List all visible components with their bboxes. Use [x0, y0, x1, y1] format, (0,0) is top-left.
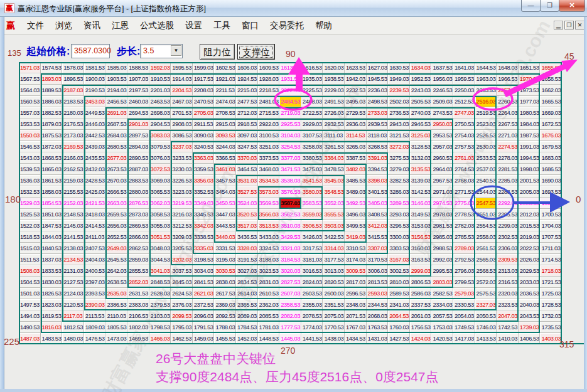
grid-cell: 3443.53 [214, 220, 236, 231]
close-button[interactable]: ✕ [559, 0, 585, 12]
grid-cell: 1525.53 [19, 209, 41, 220]
grid-cell: 3569.53 [258, 198, 280, 209]
grid-cell: 2701.53 [171, 107, 193, 119]
menu-trading[interactable]: 交易委托 [264, 18, 310, 34]
grid-cell: 2736.53 [388, 107, 410, 119]
grid-cell: 2026.03 [519, 254, 541, 265]
menu-window[interactable]: 窗口 [236, 18, 264, 34]
grid-cell: 2859.03 [127, 254, 149, 265]
grid-cell: 1588.53 [127, 62, 149, 73]
grid-cell: 2694.53 [127, 107, 149, 119]
grid-cell: 2386.53 [105, 299, 127, 310]
support-button[interactable]: 支撑位 [237, 44, 275, 60]
grid-cell: 2012.03 [519, 209, 541, 220]
grid-cell: 2106.53 [127, 310, 149, 322]
grid-cell: 2474.03 [214, 96, 236, 107]
grid-cell: 3041.03 [149, 265, 171, 277]
minimize-button[interactable]: — [521, 0, 541, 12]
resistance-button[interactable]: 阻力位 [200, 44, 235, 60]
menu-news[interactable]: 资讯 [78, 18, 106, 34]
mdi-minimize-button[interactable]: ▁ [554, 21, 563, 29]
grid-cell: 1473.03 [105, 333, 127, 344]
grid-cell: 2061.03 [410, 310, 432, 322]
grid-cell: 1991.03 [519, 141, 541, 152]
grid-cell: 3023.53 [258, 265, 280, 277]
grid-cell: 2845.03 [171, 277, 193, 288]
grid-cell: 1438.03 [323, 333, 345, 344]
grid-cell: 3576.53 [279, 186, 301, 198]
grid-cell: 1571.03 [19, 62, 41, 73]
grid-cell: 2344.53 [367, 299, 389, 310]
grid-cell: 2190.53 [84, 85, 106, 96]
menu-settings[interactable]: 设置 [180, 18, 208, 34]
grid-cell: 1658.53 [540, 73, 562, 85]
maximize-button[interactable]: ❐ [540, 0, 559, 12]
grid-cell: 1420.53 [431, 333, 453, 344]
grid-cell: 1641.03 [453, 62, 475, 73]
grid-cell: 2617.53 [214, 288, 236, 299]
grid-cell: 3156.53 [410, 231, 432, 243]
grid-cell: 2001.53 [519, 175, 541, 186]
grid-cell: 2327.03 [475, 299, 497, 310]
start-price-input[interactable]: 3587.0300 [71, 44, 110, 58]
grid-cell: 3100.53 [258, 130, 280, 141]
menu-tools[interactable]: 工具 [208, 18, 236, 34]
grid-cell: 3247.53 [236, 141, 258, 152]
menu-file[interactable]: 文件 [21, 18, 50, 34]
grid-cell: 1644.53 [475, 62, 497, 73]
grid-cell: 2904.53 [149, 119, 171, 130]
grid-cell: 2428.53 [84, 175, 106, 186]
grid-cell: 2820.53 [323, 277, 345, 288]
grid-cell: 2841.53 [193, 277, 215, 288]
menu-browse[interactable]: 浏览 [50, 18, 78, 34]
grid-cell: 1966.53 [497, 73, 519, 85]
grid-cell: 1844.03 [41, 231, 63, 243]
grid-cell: 2285.03 [497, 175, 519, 186]
grid-cell: 2533.53 [475, 152, 497, 164]
grid-cell: 2372.53 [193, 299, 215, 310]
grid-cell: 2978.03 [431, 209, 453, 220]
grid-cell: 2554.53 [475, 220, 497, 231]
grid-cell: 2778.53 [453, 209, 475, 220]
angle-label-45: 45 [564, 51, 574, 61]
grid-cell: 2817.03 [345, 277, 367, 288]
grid-cell: 3310.53 [345, 243, 367, 254]
grid-cell: 2687.53 [105, 119, 127, 130]
grid-cell: 2981.53 [431, 220, 453, 231]
grid-cell: 2404.03 [84, 254, 106, 265]
grid-cell: 1693.53 [540, 186, 562, 198]
grid-cell: 3426.03 [301, 231, 323, 243]
grid-cell: 1728.53 [540, 299, 562, 310]
menu-gann[interactable]: 江恩 [106, 18, 134, 34]
grid-cell: 2939.53 [367, 119, 389, 130]
grid-cell: 3391.03 [367, 152, 389, 164]
menu-help[interactable]: 帮助 [310, 18, 338, 34]
mdi-restore-button[interactable]: ❐ [564, 21, 574, 29]
menu-stock-picker[interactable]: 公式选股 [134, 18, 180, 34]
chevron-down-icon[interactable]: ▼ [171, 45, 181, 56]
window-frame-right [584, 17, 587, 392]
grid-cell: 2645.53 [105, 254, 127, 265]
grid-cell: 1963.03 [475, 73, 497, 85]
grid-cell: 2547.53 [475, 198, 497, 209]
grid-cell: 3107.53 [301, 130, 323, 141]
grid-cell: 2068.03 [367, 310, 389, 322]
grid-cell: 3048.03 [149, 243, 171, 254]
grid-cell: 1977.03 [519, 96, 541, 107]
grid-cell: 2159.03 [62, 175, 84, 186]
grid-cell: 1847.53 [41, 220, 63, 231]
grid-cell: 3478.53 [323, 164, 345, 175]
grid-cell: 2446.03 [84, 119, 106, 130]
grid-cell: 2897.53 [127, 130, 149, 141]
grid-cell: 2862.53 [127, 243, 149, 254]
grid-cell: 1721.53 [540, 277, 562, 288]
grid-cell: 2638.53 [105, 277, 127, 288]
mdi-close-button[interactable]: ✕ [575, 21, 584, 29]
grid-cell: 3258.03 [301, 141, 323, 152]
step-combobox[interactable]: 3.5 ▼ [140, 44, 183, 58]
grid-cell: 1763.53 [367, 322, 389, 333]
grid-cell: 1865.03 [41, 164, 63, 175]
grid-cell: 1798.53 [149, 322, 171, 333]
grid-cell: 2411.03 [84, 231, 106, 243]
grid-cell: 2348.03 [345, 299, 367, 310]
